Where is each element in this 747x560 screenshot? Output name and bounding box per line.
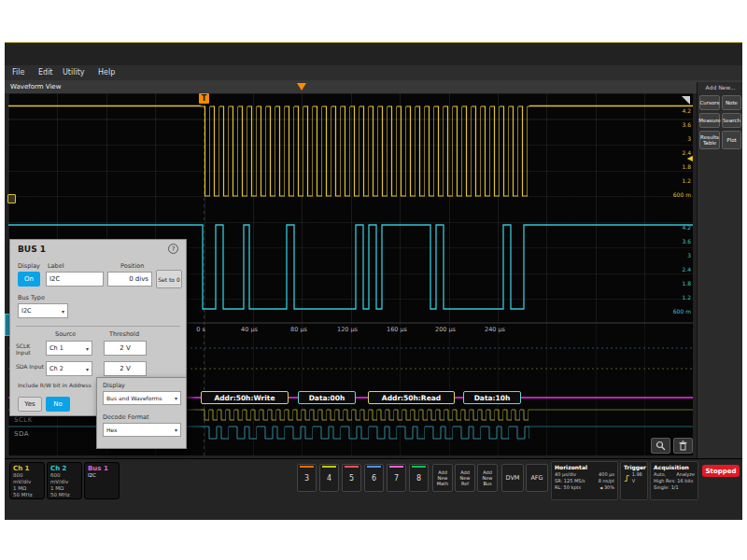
plot-button[interactable]: Plot — [722, 131, 741, 149]
acq-mode: Auto, — [654, 471, 666, 478]
decode-format-label: Decode Format — [103, 413, 149, 421]
display-label: Display — [18, 262, 40, 270]
ch6-color-bar — [367, 466, 381, 468]
help-icon[interactable]: ? — [168, 244, 178, 254]
decode-box-addr-read: Addr:50h:Read — [368, 391, 455, 404]
trigger-panel[interactable]: Trigger 1.98 V — [620, 461, 648, 500]
trigger-level: 1.98 V — [632, 471, 644, 484]
time-label: 200 µs — [427, 326, 464, 333]
bus1-badge-name: Bus 1 — [88, 465, 116, 472]
search-button[interactable]: Search — [722, 113, 741, 128]
menu-file[interactable]: File — [12, 68, 24, 77]
trash-icon — [678, 441, 688, 451]
ch5-color-bar — [345, 466, 359, 468]
trigger-flag[interactable]: T — [199, 93, 209, 104]
sclk-input-label: SCLK Input — [16, 343, 44, 356]
ch1-badge[interactable]: Ch 1 800 mV/div 1 MΩ 50 MHz — [9, 462, 45, 499]
waveform-handle-icon[interactable] — [682, 96, 690, 105]
cursors-button[interactable]: Cursors — [699, 95, 720, 110]
menu-edit[interactable]: Edit — [38, 68, 53, 77]
horizontal-panel[interactable]: Horizontal 40 µs/div400 µs SR: 125 MS/s8… — [551, 461, 618, 500]
ch1-clock-burst — [201, 105, 529, 197]
dialog-title: BUS 1 — [18, 245, 46, 254]
channel-4-label: 4 — [327, 474, 331, 483]
position-input[interactable]: 0 divs — [107, 272, 152, 287]
trigger-level-marker-icon[interactable]: ◀ — [687, 155, 693, 162]
threshold-header: Threshold — [109, 330, 139, 338]
set-to-zero-button[interactable]: Set to 0 — [156, 270, 182, 288]
ch8-color-bar — [412, 466, 426, 468]
expansion-point-marker-icon[interactable] — [297, 83, 306, 91]
channel-4-button[interactable]: 4 — [319, 464, 339, 492]
afg-button[interactable]: AFG — [526, 464, 548, 492]
sclk-source-dropdown[interactable]: Ch 1 ▾ — [46, 341, 92, 356]
rw-bit-label: Include R/W bit in Address — [18, 382, 100, 388]
results-table-button[interactable]: Results Table — [699, 131, 720, 149]
add-new-ref-button[interactable]: Add New Ref — [455, 464, 475, 492]
ch1-bandwidth: 50 MHz — [13, 492, 41, 498]
acq-detail-2: Single: 1/1 — [654, 484, 679, 491]
sclk-threshold-input[interactable]: 2 V — [104, 341, 147, 356]
menu-utility[interactable]: Utility — [63, 68, 85, 77]
ch2-scale-label: 600 m — [661, 308, 691, 315]
ch2-scale-label: 3 — [661, 252, 691, 259]
ch4-color-bar — [322, 466, 336, 468]
bus-type-dropdown[interactable]: I2C ▾ — [18, 303, 68, 318]
decode-format-value: Hex — [106, 427, 118, 433]
trash-button[interactable] — [673, 438, 693, 454]
trigger-edge-icon — [624, 474, 630, 483]
horizontal-title: Horizontal — [555, 464, 614, 471]
horizontal-position: 30% — [604, 484, 614, 490]
menu-help[interactable]: Help — [98, 68, 115, 77]
bus1-type: I2C — [88, 472, 116, 479]
channel-6-button[interactable]: 6 — [364, 464, 384, 492]
sda-threshold-input[interactable]: 2 V — [104, 361, 147, 376]
dvm-button[interactable]: DVM — [501, 464, 524, 492]
bus-type-value: I2C — [21, 307, 32, 315]
rw-no-button[interactable]: No — [46, 397, 70, 412]
channel-5-button[interactable]: 5 — [342, 464, 361, 492]
decode-box-addr-write: Addr:50h:Write — [201, 391, 289, 404]
sda-source-dropdown[interactable]: Ch 2 ▾ — [46, 361, 92, 376]
waveform-toolbar — [651, 438, 693, 454]
stopped-button[interactable]: Stopped — [702, 465, 740, 477]
add-new-sidebar: Add New... Cursors Note Measure Search R… — [697, 82, 742, 458]
acq-detail-1: High Res: 16 bits — [654, 478, 693, 484]
trigger-title: Trigger — [624, 464, 644, 471]
horizontal-scale: 40 µs/div — [555, 471, 576, 478]
chevron-down-icon: ▾ — [62, 308, 64, 315]
channel-3-button[interactable]: 3 — [297, 464, 317, 492]
sda-digital-trace — [201, 426, 529, 440]
note-button[interactable]: Note — [722, 95, 741, 110]
add-new-bus-button[interactable]: Add New Bus — [477, 464, 498, 492]
channel-7-button[interactable]: 7 — [387, 464, 406, 492]
zoom-button[interactable] — [651, 438, 670, 454]
ch1-position-marker[interactable] — [7, 194, 16, 203]
channel-8-button[interactable]: 8 — [409, 464, 429, 492]
display-on-button[interactable]: On — [18, 272, 40, 287]
channel-3-label: 3 — [304, 474, 309, 483]
add-new-math-button[interactable]: Add New Math — [432, 464, 453, 492]
bus1-badge[interactable]: Bus 1 I2C — [84, 462, 120, 499]
ch1-scale-label: 600 m — [661, 191, 691, 198]
bus1-display-subpanel: Display Bus and Waveforms ▾ Decode Forma… — [96, 377, 187, 449]
ch2-scale-label: 4.2 — [661, 224, 691, 231]
acq-analyze: Analyze — [676, 471, 695, 478]
sclk-trace-label: SCLK — [14, 416, 33, 424]
display-mode-value: Bus and Waveforms — [106, 395, 162, 401]
ch2-badge-name: Ch 2 — [50, 465, 78, 472]
decode-format-dropdown[interactable]: Hex ▾ — [103, 423, 181, 437]
acquisition-panel[interactable]: Acquisition Auto,Analyze High Res: 16 bi… — [650, 461, 698, 500]
oscilloscope-window: File Edit Utility Help Waveform View — [5, 42, 742, 519]
ch1-badge-name: Ch 1 — [13, 465, 41, 472]
add-new-title: Add New... — [698, 84, 743, 91]
time-label: 160 µs — [378, 326, 416, 333]
bus-label-input[interactable]: I2C — [46, 272, 104, 287]
ch2-badge[interactable]: Ch 2 600 mV/div 1 MΩ 50 MHz — [47, 462, 82, 499]
channel-8-label: 8 — [416, 474, 421, 483]
display-mode-dropdown[interactable]: Bus and Waveforms ▾ — [103, 391, 181, 405]
menu-bar: File Edit Utility Help — [5, 65, 742, 80]
measure-button[interactable]: Measure — [699, 113, 720, 128]
rw-yes-button[interactable]: Yes — [18, 397, 42, 412]
channel-7-label: 7 — [394, 474, 399, 483]
